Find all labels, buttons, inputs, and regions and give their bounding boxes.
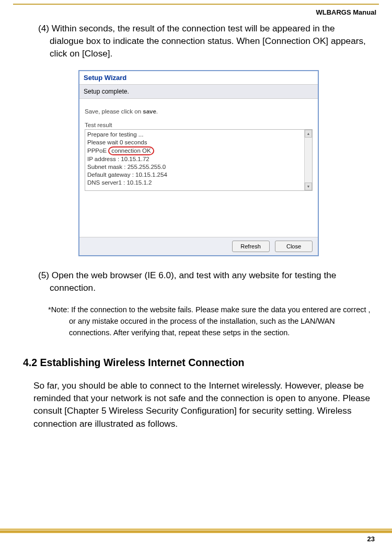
- note-body: If the connection to the website fails. …: [69, 305, 371, 337]
- close-button[interactable]: Close: [275, 241, 313, 252]
- document-title: WLBARGS Manual: [316, 8, 376, 16]
- save-bold: save: [143, 108, 156, 115]
- note-text: *Note: If the connection to the website …: [26, 304, 371, 338]
- scroll-down-icon[interactable]: ▼: [305, 183, 312, 190]
- save-prefix: Save, please click on: [85, 108, 143, 115]
- result-line-4: Subnet mask : 255.255.255.0: [87, 163, 310, 171]
- result-line-3: IP address : 10.15.1.72: [87, 155, 310, 163]
- save-instruction: Save, please click on save.: [85, 108, 313, 115]
- step-5-text: (5) Open the web browser (IE 6.0), and t…: [39, 269, 371, 294]
- step-4-body: Within seconds, the result of the connec…: [50, 23, 366, 59]
- step-5-body: Open the web browser (IE 6.0), and test …: [50, 270, 336, 293]
- top-rule: [13, 4, 379, 5]
- section-4-2-body: So far, you should be able to connect to…: [26, 379, 371, 430]
- result-line-6: DNS server1 : 10.15.1.2: [87, 179, 310, 187]
- result-line-0: Prepare for testing ...: [87, 131, 310, 139]
- test-result-box: Prepare for testing ... Please wait 0 se…: [85, 129, 313, 191]
- result-line-1: Please wait 0 seconds: [87, 139, 310, 146]
- result-line-2-prefix: PPPoE: [87, 147, 108, 154]
- scroll-up-icon[interactable]: ▲: [305, 130, 312, 138]
- note-label: *Note:: [48, 305, 71, 314]
- page-content: (4) Within seconds, the result of the co…: [26, 22, 371, 430]
- refresh-button[interactable]: Refresh: [232, 241, 270, 252]
- test-result-content: Prepare for testing ... Please wait 0 se…: [85, 130, 312, 187]
- step-4-text: (4) Within seconds, the result of the co…: [39, 22, 371, 60]
- footer-bar: [0, 528, 392, 533]
- dialog-title: Setup Wizard: [79, 71, 318, 85]
- result-scrollbar[interactable]: ▲ ▼: [304, 130, 312, 190]
- result-line-5: Default gateway : 10.15.1.254: [87, 171, 310, 179]
- test-result-label: Test result: [85, 122, 313, 128]
- dialog-body: Save, please click on save. Test result …: [79, 99, 318, 237]
- step-4-prefix: (4): [38, 23, 52, 33]
- save-suffix: .: [156, 108, 158, 115]
- page-number: 23: [367, 535, 375, 543]
- dialog-subtitle: Setup complete.: [79, 85, 318, 99]
- setup-wizard-dialog: Setup Wizard Setup complete. Save, pleas…: [78, 70, 319, 256]
- result-line-2: PPPoE connection OK: [87, 146, 310, 155]
- dialog-wrap: Setup Wizard Setup complete. Save, pleas…: [26, 70, 371, 256]
- section-4-2-heading: 4.2 Establishing Wireless Internet Conne…: [23, 357, 371, 369]
- step-5-prefix: (5): [38, 270, 52, 280]
- connection-ok-highlight: connection OK: [108, 146, 154, 155]
- dialog-footer: Refresh Close: [79, 237, 318, 255]
